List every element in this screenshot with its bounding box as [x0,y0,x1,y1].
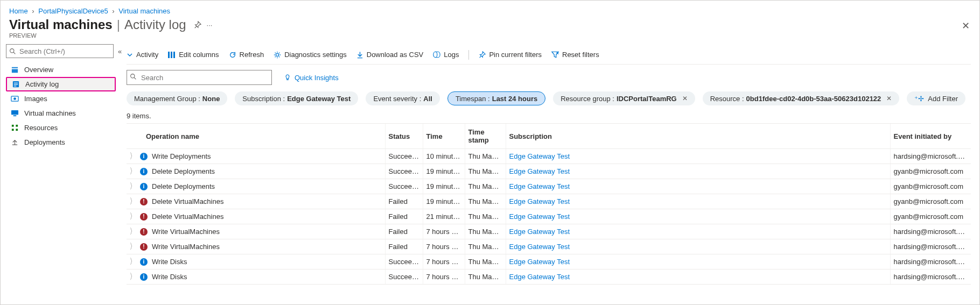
cmd-pin-filters[interactable]: Pin current filters [479,51,542,59]
table-row[interactable]: 〉iDelete DeploymentsSucceeded19 minutes … [127,164,971,179]
cmd-logs[interactable]: Logs [433,51,459,59]
remove-filter-icon[interactable]: ✕ [886,95,892,102]
svg-rect-13 [16,129,18,131]
cell-status: Succeeded [385,179,423,194]
cell-subscription[interactable]: Edge Gateway Test [509,167,570,175]
cell-subscription[interactable]: Edge Gateway Test [509,212,570,221]
table-row[interactable]: 〉iWrite DeploymentsSucceeded10 minutes …… [127,149,971,164]
status-badge-icon: ! [140,198,148,205]
cell-time: 10 minutes … [423,149,465,164]
close-icon[interactable]: ✕ [962,20,970,32]
expand-icon[interactable]: 〉 [130,271,136,282]
table-row[interactable]: 〉!Write VirtualMachinesFailed7 hours ago… [127,239,971,254]
svg-point-17 [276,53,279,56]
breadcrumb: Home › PortalPhysicalDevice5 › Virtual m… [1,1,979,17]
cell-initiated-by: gyanb@microsoft.com [890,179,971,194]
more-icon[interactable]: ··· [207,21,213,29]
cmd-activity[interactable]: Activity [127,51,158,59]
expand-icon[interactable]: 〉 [130,256,136,267]
cell-subscription[interactable]: Edge Gateway Test [509,182,570,190]
col-time[interactable]: Time [423,124,465,149]
table-row[interactable]: 〉!Delete VirtualMachinesFailed19 minutes… [127,194,971,209]
sidebar-item-virtual-machines[interactable]: Virtual machines [6,106,116,120]
col-time-stamp[interactable]: Time stamp [465,124,506,149]
col-subscription[interactable]: Subscription [506,124,890,149]
cell-timestamp: Thu May 27… [465,194,506,209]
table-row[interactable]: 〉!Write VirtualMachinesFailed7 hours ago… [127,224,971,239]
cell-time: 19 minutes … [423,179,465,194]
cmd-edit-columns[interactable]: Edit columns [168,51,219,59]
pill-add-filter[interactable]: ⁺✢Add Filter [907,91,965,105]
cell-subscription[interactable]: Edge Gateway Test [509,152,570,160]
pill-timespan[interactable]: Timespan : Last 24 hours [447,91,545,105]
pin-icon[interactable] [194,21,201,29]
pill-management-group[interactable]: Management Group : None [127,91,227,105]
cmd-download-csv[interactable]: Download as CSV [356,51,424,59]
cell-operation: Write Disks [152,258,187,266]
cell-subscription[interactable]: Edge Gateway Test [509,243,570,251]
col-status[interactable]: Status [385,124,423,149]
col-initiated-by[interactable]: Event initiated by [890,124,971,149]
crumb-home[interactable]: Home [9,7,28,15]
col-operation-name[interactable]: Operation name [127,124,385,149]
svg-rect-10 [11,125,13,127]
cell-subscription[interactable]: Edge Gateway Test [509,258,570,266]
cmd-refresh[interactable]: Refresh [229,51,264,59]
cell-timestamp: Thu May 27… [465,224,506,239]
cmd-reset-filters[interactable]: Reset filters [551,51,599,59]
expand-icon[interactable]: 〉 [130,241,136,252]
expand-icon[interactable]: 〉 [130,211,136,222]
expand-icon[interactable]: 〉 [130,166,136,177]
cell-timestamp: Thu May 27… [465,269,506,285]
cell-initiated-by: hardsing@microsoft.com [890,269,971,285]
pill-resource-group[interactable]: Resource group : IDCPortalTeamRG✕ [553,91,695,105]
images-icon [10,95,19,103]
cell-timestamp: Thu May 27… [465,149,506,164]
svg-rect-9 [13,115,16,116]
sidebar-search-input[interactable] [6,44,114,58]
sidebar-item-deployments[interactable]: Deployments [6,135,116,150]
filter-pills: Management Group : None Subscription : E… [127,91,971,111]
reset-icon [551,51,559,58]
crumb-vms[interactable]: Virtual machines [118,7,170,15]
quick-insights-button[interactable]: Quick Insights [284,74,339,82]
pill-severity[interactable]: Event severity : All [366,91,440,105]
svg-point-7 [13,97,16,100]
sidebar: « Overview Activity log Images Virtual m… [1,45,118,299]
table-row[interactable]: 〉iDelete DeploymentsSucceeded19 minutes … [127,179,971,194]
expand-icon[interactable]: 〉 [130,226,136,237]
cell-subscription[interactable]: Edge Gateway Test [509,273,570,281]
pill-resource[interactable]: Resource : 0bd1fdee-cd02-4d0b-53aa-50623… [703,91,900,105]
crumb-device[interactable]: PortalPhysicalDevice5 [38,7,108,15]
cell-time: 19 minutes … [423,164,465,179]
svg-point-18 [433,52,437,58]
main-search-input[interactable] [127,70,272,85]
item-count: 9 items. [127,111,971,123]
sidebar-item-label: Activity log [25,80,59,88]
columns-icon [168,52,176,58]
sidebar-item-label: Virtual machines [24,109,76,117]
cell-subscription[interactable]: Edge Gateway Test [509,197,570,205]
expand-icon[interactable]: 〉 [130,181,136,192]
cell-timestamp: Thu May 27… [465,209,506,224]
activity-log-icon [11,80,20,89]
pill-subscription[interactable]: Subscription : Edge Gateway Test [235,91,358,105]
svg-rect-11 [16,125,18,127]
expand-icon[interactable]: 〉 [130,196,136,207]
collapse-icon[interactable]: « [118,47,122,55]
remove-filter-icon[interactable]: ✕ [682,95,688,102]
sidebar-item-images[interactable]: Images [6,91,116,106]
cell-subscription[interactable]: Edge Gateway Test [509,228,570,236]
table-row[interactable]: 〉iWrite DisksSucceeded7 hours agoThu May… [127,269,971,285]
table-row[interactable]: 〉iWrite DisksSucceeded7 hours agoThu May… [127,254,971,269]
main-content: Activity Edit columns Refresh Diagnostic… [118,45,979,299]
table-row[interactable]: 〉!Delete VirtualMachinesFailed21 minutes… [127,209,971,224]
sidebar-item-overview[interactable]: Overview [6,62,116,77]
sidebar-item-label: Deployments [24,138,65,146]
cmd-diagnostics[interactable]: Diagnostics settings [274,51,347,59]
cell-operation: Delete Deployments [152,182,215,190]
sidebar-item-activity-log[interactable]: Activity log [6,77,116,91]
svg-rect-3 [13,83,18,83]
sidebar-item-resources[interactable]: Resources [6,120,116,135]
expand-icon[interactable]: 〉 [130,151,136,162]
